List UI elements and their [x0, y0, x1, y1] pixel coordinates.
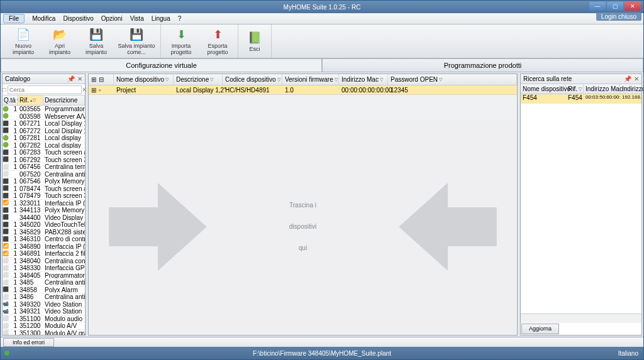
panel-close-icon[interactable]: ✕	[634, 75, 639, 82]
cell-rif: 078479	[18, 192, 43, 199]
ric-header-mac[interactable]: Indirizzo Mac▽	[584, 84, 620, 94]
catalogo-row[interactable]: ⬛1067283Touch screen a col	[3, 149, 85, 156]
menu-help[interactable]: ?	[178, 15, 182, 22]
header-nome[interactable]: Nome dispositivo▽	[114, 74, 174, 85]
menu-vista[interactable]: Vista	[130, 15, 144, 22]
catalogo-row[interactable]: ⬜067520Centralina antifurt	[3, 171, 85, 178]
search-clear-icon[interactable]: □	[3, 86, 6, 93]
minimize-button[interactable]: —	[589, 2, 606, 11]
salva-impianto-button[interactable]: 💾Salva impianto	[80, 27, 113, 55]
maximize-button[interactable]: ▢	[607, 2, 623, 11]
catalogo-row[interactable]: ⬜1348330Interfaccia GPRS	[3, 265, 85, 272]
apri-impianto-button[interactable]: 📂Apri impianto	[43, 27, 76, 55]
ric-header-rif[interactable]: Rif.▽	[566, 84, 584, 94]
close-button[interactable]: ✕	[625, 2, 641, 11]
header-pwd[interactable]: Password OPEN▽	[388, 74, 517, 85]
nuovo-impianto-button[interactable]: 📄Nuovo impianto	[7, 27, 40, 55]
catalogo-row[interactable]: ⬛1346310Centro di controllo	[3, 236, 85, 243]
pin-icon[interactable]: 📌	[67, 75, 75, 82]
type-icon: 🟢	[3, 142, 9, 149]
type-icon: 🟢	[3, 113, 9, 120]
export-icon: ⬆	[210, 27, 225, 42]
catalogo-row[interactable]: 🟢1067281Local display	[3, 134, 85, 142]
tree-expand-icon[interactable]: ⊞	[91, 87, 96, 94]
search-x-icon[interactable]: ✕	[82, 86, 87, 93]
menu-opzioni[interactable]: Opzioni	[101, 15, 123, 22]
type-icon: ⬜	[3, 330, 9, 335]
menu-file[interactable]: File	[3, 14, 25, 23]
header-mac[interactable]: Indirizzo Mac▽	[339, 74, 388, 85]
catalogo-row[interactable]: ⬛1078474Touch screen a col	[3, 185, 85, 193]
header-desc[interactable]: Descrizione	[43, 95, 85, 105]
importa-progetto-button[interactable]: ⬇Importa progetto	[165, 27, 197, 55]
header-qty[interactable]: Q.tà▽	[3, 95, 18, 105]
device-row[interactable]: ⊞▫ Project Local Display 1,2" HC/HS/HD48…	[89, 85, 517, 95]
catalogo-row[interactable]: ⬜13485Centralina antifurt	[3, 279, 85, 286]
info-errori-button[interactable]: Info ed errori	[3, 338, 54, 347]
cell-nome: Project	[114, 87, 174, 94]
esci-button[interactable]: 📗Esci	[242, 30, 267, 52]
catalogo-row[interactable]: ⬛1345020VideoTouchTeleph	[3, 221, 85, 229]
filter-icon: ▽	[439, 77, 442, 82]
cell-desc: Polyx Alarm	[43, 286, 85, 293]
catalogo-row[interactable]: ⬛1067292Touch screen 3,5"	[3, 156, 85, 164]
cell-desc: Touch screen a col	[43, 149, 85, 156]
catalogo-row[interactable]: 🟢1067282Local display	[3, 142, 85, 150]
horizontal-scrollbar[interactable]	[521, 314, 641, 323]
menu-dispositivo[interactable]: Dispositivo	[63, 15, 93, 22]
cell-rif: 351100	[18, 315, 43, 322]
catalogo-row[interactable]: ⬜1351100Modulo audio	[3, 315, 85, 323]
catalogo-row[interactable]: ⬜1351300Modulo A/V grand	[3, 330, 85, 335]
catalogo-row[interactable]: ⬛1067271Local Display 1,2"	[3, 120, 85, 128]
tab-programmazione[interactable]: Programmazione prodotti	[322, 58, 643, 72]
panel-close-icon[interactable]: ✕	[77, 75, 82, 82]
catalogo-row[interactable]: 📹1349320Video Station	[3, 301, 85, 308]
cell-qty	[9, 113, 18, 120]
esporta-progetto-button[interactable]: ⬆Esporta progetto	[201, 27, 234, 55]
catalogo-row[interactable]: ⬛1344113Polyx Memory Disp	[3, 207, 85, 214]
catalogo-row[interactable]: 📶1346890Interfaccia IP (2WI	[3, 243, 85, 251]
catalogo-row[interactable]: ⬛344400Video Display	[3, 214, 85, 222]
header-desc[interactable]: Descrizione▽	[174, 74, 223, 85]
expand-icon[interactable]: ⊞	[91, 76, 96, 83]
catalogo-row[interactable]: 🟢1003565Programmatore sce	[3, 106, 85, 113]
catalogo-row[interactable]: ⬛134858Polyx Alarm	[3, 286, 85, 294]
drop-area[interactable]: Trascina i dispositivi qui	[89, 120, 517, 334]
catalogo-row[interactable]: ⬛1067546Polyx Memory Disp	[3, 178, 85, 185]
ric-header-ip[interactable]: Indirizzo IP▽	[620, 84, 643, 94]
header-rif[interactable]: Rif.▴▽	[18, 95, 43, 105]
collapse-icon[interactable]: ⊟	[99, 76, 104, 83]
catalogo-row[interactable]: 📶1323011Interfaccia IP (D45	[3, 200, 85, 207]
login-status[interactable]: Login chiuso	[596, 13, 641, 21]
cell-desc: Modulo audio	[43, 315, 85, 322]
header-codice[interactable]: Codice dispositivo▽	[223, 74, 282, 85]
catalogo-row[interactable]: 📹1349321Video Station	[3, 308, 85, 315]
salva-come-button[interactable]: 💾Salva impianto come...	[116, 27, 157, 55]
catalogo-row[interactable]: ⬜1348405Programmatore po	[3, 272, 85, 280]
header-ver[interactable]: Versioni firmware▽	[282, 74, 339, 85]
catalogo-row[interactable]: ⬛1067272Local Display 1,2"	[3, 128, 85, 135]
catalogo-row[interactable]: 📶1346891Interfaccia 2 fili / 1	[3, 250, 85, 258]
status-language[interactable]: Italiano	[618, 350, 638, 357]
menu-lingua[interactable]: Lingua	[152, 15, 170, 22]
tab-config-virtuale[interactable]: Configurazione virtuale	[1, 58, 322, 72]
aggiorna-button[interactable]: Aggiorna	[521, 324, 559, 334]
catalogo-row[interactable]: ⬜1348040Centralina controllo	[3, 258, 85, 265]
catalogo-row[interactable]: ⬜1351200Modulo A/V	[3, 322, 85, 330]
ric-header-nome[interactable]: Nome dispositivo▽	[521, 84, 566, 94]
menu-modifica[interactable]: Modifica	[32, 15, 55, 22]
catalogo-row[interactable]: ⬛1345829PABX288 sistema a	[3, 229, 85, 236]
cell-rif: 067282	[18, 142, 43, 149]
catalogo-row[interactable]: ⬛1078479Touch screen 3,5"	[3, 192, 85, 200]
catalogo-row[interactable]: ⬜1067456Centralina termore	[3, 163, 85, 171]
pin-icon[interactable]: 📌	[624, 75, 631, 82]
catalogo-search-input[interactable]	[8, 85, 82, 94]
network-device-row[interactable]: F454 F454 00:03:50:80:00:07 192.168.1.15…	[521, 94, 641, 104]
cell-rif: 346891	[18, 250, 43, 257]
catalogo-row[interactable]: ⬜13486Centralina antifurt	[3, 293, 85, 301]
cell-rif: 34858	[18, 286, 43, 293]
exit-icon: 📗	[247, 30, 262, 45]
filter-icon: ▽	[579, 87, 582, 92]
catalogo-list[interactable]: 🟢1003565Programmatore sce🟢003598Webserve…	[3, 106, 85, 335]
catalogo-row[interactable]: 🟢003598Webserver A/V	[3, 113, 85, 121]
